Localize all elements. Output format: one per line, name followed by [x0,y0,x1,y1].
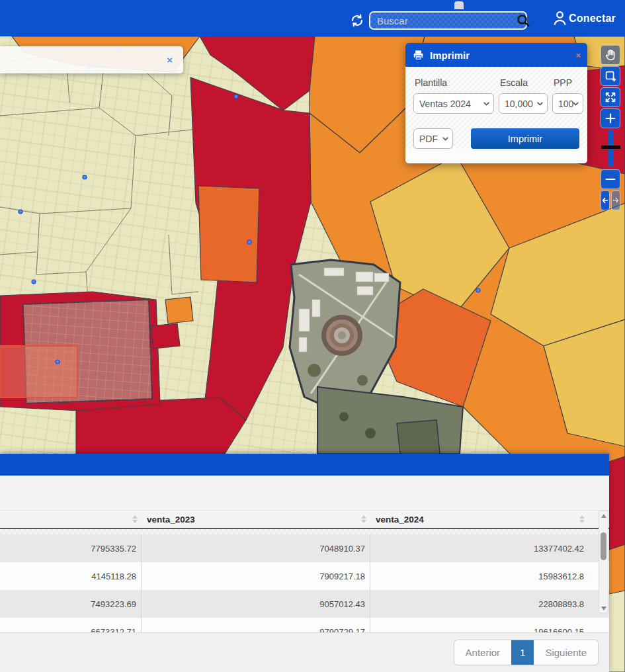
zoom-box-icon [604,69,617,83]
escala-label: Escala [499,75,548,93]
table-cell: 6673312.71 [0,618,142,632]
attribute-panel-titlebar [0,454,609,476]
sort-icon[interactable] [132,515,138,523]
format-select[interactable]: PDF [413,128,453,149]
arrow-right-dotted-icon [612,196,620,205]
close-icon[interactable]: × [575,50,581,60]
print-dialog-header: Imprimir × [405,43,587,67]
table-footer: Anterior 1 Siguiente [0,632,609,672]
search-icon[interactable] [515,13,531,28]
app-viewport: Conectar × Imprimir × Plantilla Escala P… [0,0,625,672]
scrollbar-thumb[interactable] [601,532,606,560]
zoom-out-button[interactable] [601,169,620,189]
zoom-box-button[interactable] [601,66,620,86]
table-cell: 13377402.42 [370,534,589,562]
zoom-in-button[interactable] [601,108,620,128]
print-dialog-title: Imprimir [430,50,470,61]
table-row[interactable]: 7795335.727048910.3713377402.42 [0,534,609,562]
table-cell: 7795335.72 [0,534,142,562]
pagination: Anterior 1 Siguiente [454,640,599,665]
minus-icon [604,173,617,186]
table-row[interactable]: 4145118.287909217.1815983612.8 [0,562,609,590]
top-header-bar: Conectar [0,0,625,36]
zoom-slider-handle[interactable] [601,146,620,149]
table-body: 7795335.727048910.3713377402.424145118.2… [0,529,609,632]
search-popup-notch [454,1,464,9]
zoom-slider[interactable] [601,130,621,167]
column-header-0[interactable] [0,511,142,528]
table-cell: 4145118.28 [0,562,142,590]
printer-icon [412,49,425,62]
plus-icon [604,112,617,125]
selection-rectangle [0,346,77,398]
connect-label: Conectar [569,13,616,24]
map-toolbar [601,45,621,212]
table-cell: 7493223.69 [0,590,142,618]
close-icon[interactable]: × [167,54,173,65]
column-header-venta-2024[interactable]: venta_2024 [370,511,589,528]
arrow-left-icon [601,196,609,205]
results-strip-panel: × [0,46,183,73]
scroll-up-icon[interactable] [599,511,608,520]
column-header-venta-2023[interactable]: venta_2023 [142,511,370,528]
full-extent-button[interactable] [601,87,620,107]
print-dialog-body: Plantilla Escala PPP Ventas 2024 10,000 [405,67,587,149]
pagination-prev[interactable]: Anterior [454,640,512,665]
search-input[interactable] [370,15,515,26]
table-scrollbar[interactable] [599,511,608,613]
table-cell: 7048910.37 [142,534,370,562]
print-dialog: Imprimir × Plantilla Escala PPP Ventas 2… [405,43,587,163]
table-cell: 19616600.15 [370,618,589,632]
scroll-down-icon[interactable] [599,604,608,612]
search-box [369,11,527,30]
user-icon [551,9,569,27]
table-row[interactable]: 7493223.699057012.4322808893.8 [0,590,609,618]
ppp-label: PPP [552,75,583,93]
table-cell: 9790729.17 [142,618,370,632]
sort-icon[interactable] [361,515,366,523]
pagination-next[interactable]: Siguiente [534,640,598,665]
pan-hand-button[interactable] [601,45,620,65]
expand-arrows-icon [604,91,617,104]
refresh-icon[interactable] [349,13,365,28]
plantilla-select[interactable]: Ventas 2024 [413,93,494,114]
table-cell: 15983612.8 [370,562,589,590]
print-button[interactable]: Imprimir [471,128,579,149]
stadium-rings [321,315,362,356]
hand-icon [604,48,618,62]
previous-extent-button[interactable] [601,190,610,210]
table-cell: 9057012.43 [142,590,370,618]
connect-button[interactable]: Conectar [551,9,616,27]
next-extent-button[interactable] [611,190,620,210]
table-header-row: venta_2023 venta_2024 [0,511,609,529]
attribute-table-panel: venta_2023 venta_2024 7795335.727048910.… [0,454,609,672]
table-cell: 7909217.18 [142,562,370,590]
table-cell: 22808893.8 [370,590,589,618]
plantilla-label: Plantilla [413,75,494,93]
table-row[interactable]: 6673312.719790729.1719616600.15 [0,618,609,632]
sort-icon[interactable] [579,515,585,523]
ppp-select[interactable]: 100 [552,93,583,114]
attribute-panel-toolzone [0,476,609,511]
escala-select[interactable]: 10,000 [499,93,548,114]
pagination-page-1[interactable]: 1 [511,640,534,665]
